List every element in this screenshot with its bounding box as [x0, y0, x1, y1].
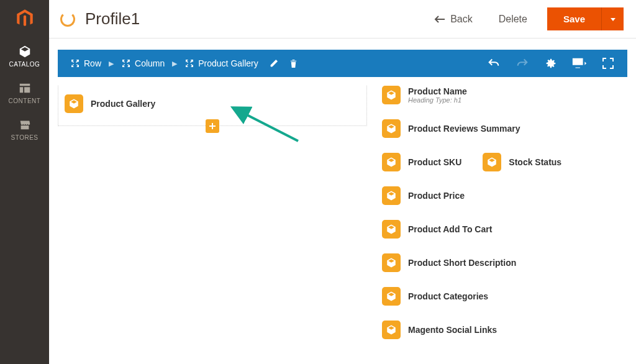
- breadcrumb-column[interactable]: Column: [117, 56, 168, 71]
- widget-item[interactable]: Product SKU: [382, 153, 461, 171]
- plus-icon: [209, 122, 216, 130]
- widget-label: Product Add To Cart: [408, 224, 492, 234]
- save-button[interactable]: Save: [547, 7, 601, 30]
- package-icon: [382, 86, 401, 104]
- settings-button[interactable]: [539, 52, 563, 75]
- store-icon: [18, 118, 32, 132]
- breadcrumb-row[interactable]: Row: [66, 56, 105, 71]
- expand-icon: [121, 58, 131, 68]
- widget-item[interactable]: Product Reviews Summary: [382, 119, 520, 138]
- delete-button[interactable]: Delete: [489, 10, 537, 29]
- widget-label: Product Price: [408, 191, 465, 201]
- toolbar-actions: [482, 52, 627, 75]
- caret-down-icon: [610, 16, 616, 22]
- breadcrumb-actions: [266, 55, 302, 71]
- desktop-icon: [571, 57, 588, 70]
- add-widget-button[interactable]: [206, 119, 219, 133]
- package-icon: [382, 253, 401, 272]
- widget-label: Product Categories: [408, 291, 488, 301]
- breadcrumb-gallery[interactable]: Product Gallery: [181, 56, 261, 71]
- widget-item[interactable]: Magento Social Links: [382, 321, 497, 339]
- fullscreen-button[interactable]: [596, 52, 620, 75]
- widget-label: Product Gallery: [91, 99, 155, 109]
- widget-row: Product SKU Stock Status: [382, 153, 621, 171]
- package-icon: [65, 94, 83, 113]
- redo-button: [511, 52, 534, 75]
- save-button-group: Save: [547, 7, 624, 30]
- package-icon: [382, 287, 401, 306]
- widget-row: Product Reviews Summary: [382, 119, 621, 138]
- viewport-button[interactable]: [568, 52, 591, 75]
- widget-item[interactable]: Product Add To Cart: [382, 220, 492, 239]
- main-content: Profile1 Back Delete Save Row: [49, 0, 636, 364]
- expand-icon: [184, 58, 194, 68]
- package-icon: [382, 220, 401, 239]
- widget-item[interactable]: Product Name Heading Type: h1: [382, 86, 467, 104]
- widget-item[interactable]: Product Price: [382, 186, 465, 205]
- page-title: Profile1: [85, 9, 418, 29]
- trash-icon: [289, 59, 298, 68]
- widget-row: Product Add To Cart: [382, 220, 621, 239]
- widget-label: Stock Status: [509, 157, 561, 167]
- crumb-label: Product Gallery: [198, 58, 258, 68]
- undo-icon: [487, 57, 501, 70]
- widget-row: Magento Social Links: [382, 321, 621, 339]
- page-header: Profile1 Back Delete Save: [49, 0, 636, 39]
- widget-subtitle: Heading Type: h1: [408, 96, 467, 104]
- widget-label: Product Short Description: [408, 258, 516, 268]
- save-dropdown-button[interactable]: [601, 7, 624, 30]
- sidebar-item-stores[interactable]: STORES: [0, 111, 49, 147]
- widget-row: Product Short Description: [382, 253, 621, 272]
- package-icon: [382, 153, 401, 171]
- package-icon: [382, 119, 401, 138]
- fullscreen-icon: [602, 57, 614, 70]
- package-icon: [382, 321, 401, 339]
- expand-icon: [70, 58, 80, 68]
- sidebar-item-catalog[interactable]: CATALOG: [0, 37, 49, 74]
- crumb-label: Column: [135, 58, 165, 68]
- edit-button[interactable]: [266, 55, 282, 71]
- widget-item[interactable]: Product Categories: [382, 287, 488, 306]
- admin-sidebar: CATALOG CONTENT STORES: [0, 0, 49, 364]
- undo-button[interactable]: [482, 52, 506, 75]
- widget-label: Product Name: [408, 86, 467, 96]
- left-column: Product Gallery: [58, 86, 367, 364]
- chevron-right-icon: ▶: [172, 60, 177, 68]
- magento-logo-icon: [14, 8, 35, 29]
- back-button[interactable]: Back: [428, 10, 479, 29]
- sidebar-item-content[interactable]: CONTENT: [0, 74, 49, 111]
- widget-label: Product Reviews Summary: [408, 124, 520, 134]
- crumb-label: Row: [84, 58, 101, 68]
- widget-label: Magento Social Links: [408, 325, 497, 335]
- widget-item[interactable]: Product Short Description: [382, 253, 516, 272]
- breadcrumb: Row ▶ Column ▶ Product Gallery: [58, 55, 482, 71]
- chevron-right-icon: ▶: [109, 60, 114, 68]
- nav-label: CONTENT: [9, 98, 41, 104]
- cube-icon: [18, 45, 32, 58]
- widget-label: Product SKU: [408, 157, 461, 167]
- widget-item[interactable]: Stock Status: [483, 153, 561, 171]
- trash-button[interactable]: [286, 55, 302, 71]
- nav-label: CATALOG: [9, 61, 40, 68]
- right-column: Product Name Heading Type: h1 Product Re…: [382, 86, 627, 364]
- back-label: Back: [450, 14, 473, 25]
- package-icon: [483, 153, 501, 171]
- drop-zone[interactable]: Product Gallery: [58, 86, 367, 126]
- builder-content: Row ▶ Column ▶ Product Gallery: [49, 39, 636, 364]
- redo-icon: [516, 57, 529, 70]
- magento-logo[interactable]: [0, 0, 49, 37]
- widget-row: Product Name Heading Type: h1: [382, 86, 621, 104]
- layout-icon: [18, 81, 32, 95]
- builder-toolbar: Row ▶ Column ▶ Product Gallery: [58, 50, 627, 77]
- arrow-left-icon: [434, 15, 445, 24]
- nav-label: STORES: [11, 134, 39, 141]
- spinner-icon: [60, 12, 75, 27]
- builder-canvas: Product Gallery Product Name Heading Typ…: [58, 77, 627, 364]
- package-icon: [382, 186, 401, 205]
- widget-row: Product Price: [382, 186, 621, 205]
- gear-icon: [544, 57, 558, 70]
- pencil-icon: [269, 59, 278, 68]
- widget-row: Product Categories: [382, 287, 621, 306]
- widget-product-gallery[interactable]: Product Gallery: [65, 92, 360, 116]
